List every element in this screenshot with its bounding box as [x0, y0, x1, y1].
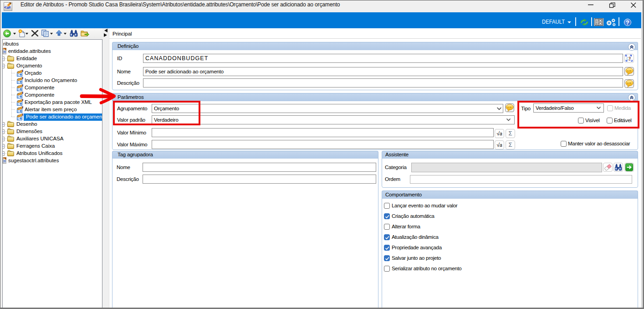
svg-text:?: ? — [628, 56, 631, 62]
